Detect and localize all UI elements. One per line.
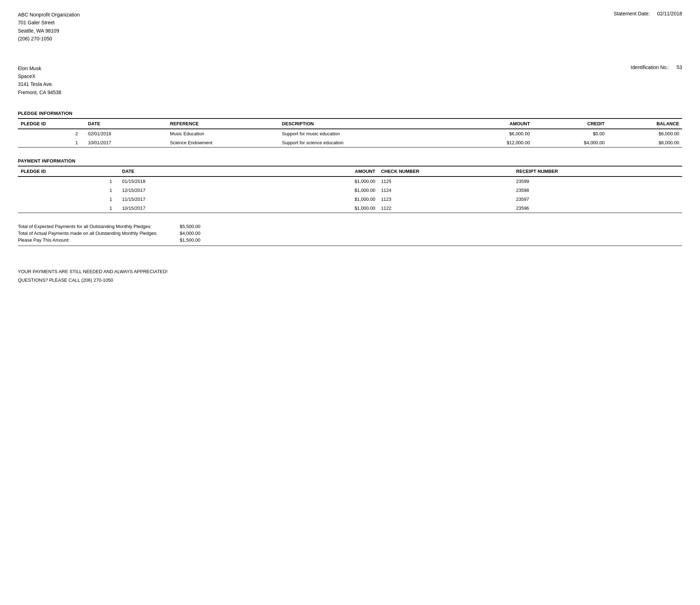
payment-table-row: 1 10/15/2017 $1,000.00 1122 23596 [18,204,682,213]
pledge-col-credit: CREDIT [533,118,608,129]
summary-value: $4,000.00 [172,231,200,236]
summary-label: Please Pay This Amount: [18,237,172,243]
pledge-section: PLEDGE INFORMATION PLEDGE ID DATE REFERE… [18,111,682,147]
pledge-col-reference: REFERENCE [167,118,279,129]
pledge-reference-cell: Science Endowment [167,138,279,147]
pledge-id-cell: 2 [18,129,85,138]
pledge-section-title: PLEDGE INFORMATION [18,111,682,116]
payment-amount-cell: $1,000.00 [243,186,378,195]
payment-check-cell: 1124 [378,186,513,195]
footer-line1: YOUR PAYMENTS ARE STILL NEEDED AND ALWAY… [18,267,682,276]
recipient-name: Elon Musk [18,64,61,72]
summary-value: $5,500.00 [172,224,200,229]
pledge-table: PLEDGE ID DATE REFERENCE DESCRIPTION AMO… [18,118,682,147]
pledge-table-row: 2 02/01/2018 Music Education Support for… [18,129,682,138]
payment-pledgeid-cell: 1 [18,176,119,186]
pledge-amount-cell: $12,000.00 [443,138,533,147]
payment-amount-cell: $1,000.00 [243,195,378,204]
pledge-table-row: 1 10/01/2017 Science Endowment Support f… [18,138,682,147]
payment-receipt-cell: 23598 [513,186,682,195]
payment-pledgeid-cell: 1 [18,195,119,204]
org-address1: 701 Galer Street [18,19,80,26]
pledge-table-header-row: PLEDGE ID DATE REFERENCE DESCRIPTION AMO… [18,118,682,129]
payment-pledgeid-cell: 1 [18,204,119,213]
summary-rows: Total of Expected Payments for all Outst… [18,224,682,243]
recipient-company: SpaceX [18,72,61,80]
summary-section: Total of Expected Payments for all Outst… [18,224,682,246]
payment-date-cell: 11/15/2017 [119,195,243,204]
payment-table-header-row: PLEDGE ID DATE AMOUNT CHECK NUMBER RECEI… [18,166,682,176]
payment-table: PLEDGE ID DATE AMOUNT CHECK NUMBER RECEI… [18,166,682,213]
summary-row: Total of Actual Payments made on all Out… [18,231,682,236]
pledge-col-description: DESCRIPTION [279,118,443,129]
summary-label: Total of Expected Payments for all Outst… [18,224,172,229]
payment-receipt-cell: 23599 [513,176,682,186]
pledge-description-cell: Support for science education [279,138,443,147]
identification-container: Identification No.: 53 [631,64,682,97]
footer-section: YOUR PAYMENTS ARE STILL NEEDED AND ALWAY… [18,267,682,284]
pledge-table-body: 2 02/01/2018 Music Education Support for… [18,129,682,147]
pledge-date-cell: 02/01/2018 [85,129,167,138]
pledge-col-pledgeid: PLEDGE ID [18,118,85,129]
pledge-credit-cell: $4,000.00 [533,138,608,147]
summary-label: Total of Actual Payments made on all Out… [18,231,172,236]
summary-row: Total of Expected Payments for all Outst… [18,224,682,229]
payment-table-row: 1 12/15/2017 $1,000.00 1124 23598 [18,186,682,195]
org-address2: Seattle, WA 98109 [18,27,80,35]
payment-pledgeid-cell: 1 [18,186,119,195]
payment-col-pledgeid: PLEDGE ID [18,166,119,176]
pledge-col-balance: BALANCE [607,118,682,129]
recipient-section: Elon Musk SpaceX 3141 Tesla Ave. Fremont… [18,64,682,97]
payment-col-receipt: RECEIPT NUMBER [513,166,682,176]
payment-check-cell: 1123 [378,195,513,204]
payment-receipt-cell: 23597 [513,195,682,204]
summary-row: Please Pay This Amount: $1,500.00 [18,237,682,243]
payment-col-date: DATE [119,166,243,176]
payment-receipt-cell: 23596 [513,204,682,213]
payment-table-row: 1 11/15/2017 $1,000.00 1123 23597 [18,195,682,204]
org-phone: (206) 270-1050 [18,35,80,43]
payment-check-cell: 1125 [378,176,513,186]
recipient-address2: Fremont, CA 94538 [18,88,61,96]
pledge-id-cell: 1 [18,138,85,147]
recipient-address1: 3141 Tesla Ave. [18,80,61,88]
payment-table-row: 1 01/15/2018 $1,000.00 1125 23599 [18,176,682,186]
statement-date-value: 02/11/2018 [657,11,682,43]
payment-section: PAYMENT INFORMATION PLEDGE ID DATE AMOUN… [18,158,682,213]
payment-amount-cell: $1,000.00 [243,204,378,213]
recipient-info: Elon Musk SpaceX 3141 Tesla Ave. Fremont… [18,64,61,97]
pledge-description-cell: Support for music education [279,129,443,138]
pledge-balance-cell: $6,000.00 [607,129,682,138]
payment-date-cell: 01/15/2018 [119,176,243,186]
payment-col-amount: AMOUNT [243,166,378,176]
header: ABC Nonprofit Organization 701 Galer Str… [18,11,682,43]
payment-section-title: PAYMENT INFORMATION [18,158,682,164]
identification-label: Identification No.: [631,64,669,97]
pledge-reference-cell: Music Education [167,129,279,138]
pledge-credit-cell: $0.00 [533,129,608,138]
statement-date-container: Statement Date: 02/11/2018 [614,11,682,43]
identification-value: 53 [676,64,682,97]
statement-date-label: Statement Date: [614,11,650,43]
payment-amount-cell: $1,000.00 [243,176,378,186]
summary-value: $1,500.00 [172,237,200,243]
pledge-amount-cell: $6,000.00 [443,129,533,138]
pledge-date-cell: 10/01/2017 [85,138,167,147]
payment-table-body: 1 01/15/2018 $1,000.00 1125 23599 1 12/1… [18,176,682,213]
org-name: ABC Nonprofit Organization [18,11,80,19]
summary-divider [18,246,682,246]
footer-line2: QUESTIONS? PLEASE CALL (206) 270-1050 [18,276,682,284]
org-info: ABC Nonprofit Organization 701 Galer Str… [18,11,80,43]
pledge-col-date: DATE [85,118,167,129]
pledge-balance-cell: $8,000.00 [607,138,682,147]
payment-date-cell: 12/15/2017 [119,186,243,195]
payment-col-check: CHECK NUMBER [378,166,513,176]
payment-check-cell: 1122 [378,204,513,213]
pledge-col-amount: AMOUNT [443,118,533,129]
payment-date-cell: 10/15/2017 [119,204,243,213]
